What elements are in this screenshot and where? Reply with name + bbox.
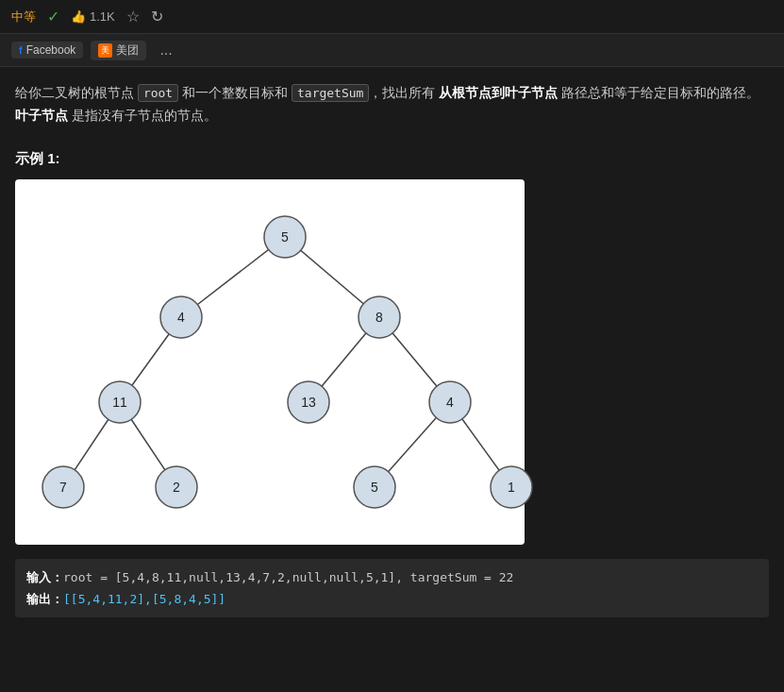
svg-text:5: 5	[281, 229, 289, 245]
example-title: 示例 1:	[15, 150, 769, 168]
io-block: 输入：root = [5,4,8,11,null,13,4,7,2,null,n…	[15, 559, 769, 618]
targetsum-code: targetSum	[292, 84, 369, 102]
output-label: 输出：	[26, 592, 63, 606]
output-value: [[5,4,11,2],[5,8,4,5]]	[63, 592, 225, 606]
more-button[interactable]: ...	[154, 40, 177, 60]
bold-path-text: 从根节点到叶子节点	[439, 85, 558, 100]
root-code: root	[138, 84, 178, 102]
node-7: 7	[42, 466, 84, 508]
tree-svg: 5 4 8 11 13 4	[30, 194, 540, 530]
meituan-icon: 美	[98, 43, 112, 58]
like-count: 👍 1.1K	[71, 9, 115, 24]
svg-text:7: 7	[59, 480, 67, 495]
refresh-icon[interactable]: ↻	[151, 8, 163, 25]
svg-text:5: 5	[371, 480, 378, 495]
svg-text:2: 2	[173, 480, 180, 495]
node-5root: 5	[264, 216, 306, 258]
description-text: 给你二叉树的根节点 root 和一个整数目标和 targetSum，找出所有 从…	[15, 82, 769, 127]
bookmark-facebook[interactable]: f Facebook	[11, 42, 83, 59]
content-area: 给你二叉树的根节点 root 和一个整数目标和 targetSum，找出所有 从…	[0, 67, 784, 633]
svg-text:13: 13	[301, 395, 316, 410]
svg-text:4: 4	[177, 310, 185, 325]
input-label: 输入：	[26, 570, 63, 584]
thumb-icon: 👍	[71, 9, 86, 24]
facebook-icon: f	[19, 44, 23, 56]
svg-text:8: 8	[375, 310, 383, 325]
node-4right: 4	[429, 381, 471, 423]
node-8: 8	[359, 296, 400, 338]
leaf-node-description: 叶子节点 是指没有子节点的节点。	[15, 108, 217, 123]
star-icon[interactable]: ☆	[126, 8, 140, 25]
facebook-label: Facebook	[26, 43, 76, 57]
input-value: root = [5,4,8,11,null,13,4,7,2,null,null…	[63, 570, 513, 584]
node-1: 1	[491, 466, 532, 508]
check-icon: ✓	[47, 8, 59, 25]
bookmark-meituan[interactable]: 美 美团	[91, 41, 146, 60]
difficulty-badge: 中等	[11, 8, 36, 25]
top-bar: 中等 ✓ 👍 1.1K ☆ ↻	[0, 0, 784, 34]
svg-text:4: 4	[446, 395, 454, 410]
input-line: 输入：root = [5,4,8,11,null,13,4,7,2,null,n…	[26, 566, 758, 588]
tree-diagram: 5 4 8 11 13 4	[15, 179, 525, 545]
desc-line1: 给你二叉树的根节点 root 和一个整数目标和 targetSum，找出所有 从…	[15, 85, 759, 100]
svg-text:1: 1	[508, 480, 515, 495]
output-line: 输出：[[5,4,11,2],[5,8,4,5]]	[26, 588, 758, 610]
node-2: 2	[156, 466, 197, 508]
meituan-label: 美团	[116, 42, 139, 59]
node-4left: 4	[160, 296, 202, 338]
svg-text:11: 11	[112, 395, 127, 410]
bookmark-bar: f Facebook 美 美团 ...	[0, 34, 784, 67]
node-5bottom: 5	[354, 466, 395, 508]
node-13: 13	[288, 381, 329, 423]
node-11: 11	[99, 381, 141, 423]
